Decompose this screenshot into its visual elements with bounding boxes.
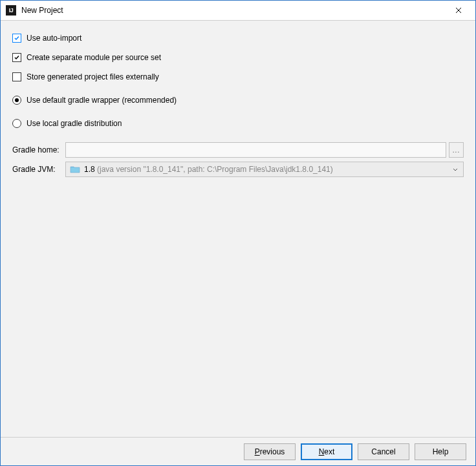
local-dist-label[interactable]: Use local gradle distribution bbox=[27, 119, 122, 128]
help-button[interactable]: Help bbox=[415, 443, 466, 460]
content-spacer bbox=[12, 177, 464, 429]
default-wrapper-label[interactable]: Use default gradle wrapper (recommended) bbox=[27, 96, 177, 105]
dialog-footer: Previous Next Cancel Help bbox=[1, 437, 475, 465]
cancel-button[interactable]: Cancel bbox=[358, 443, 409, 460]
separate-module-option: Create separate module per source set bbox=[12, 52, 464, 63]
app-icon: IJ bbox=[6, 5, 16, 16]
previous-button[interactable]: Previous bbox=[244, 443, 296, 460]
titlebar: IJ New Project bbox=[1, 1, 475, 21]
auto-import-option: Use auto-import bbox=[12, 32, 464, 44]
window-title: New Project bbox=[21, 6, 444, 15]
gradle-home-row: Gradle home: ... bbox=[12, 142, 464, 158]
gradle-home-label: Gradle home: bbox=[12, 145, 65, 154]
store-external-option: Store generated project files externally bbox=[12, 71, 464, 83]
local-dist-option: Use local gradle distribution bbox=[12, 118, 464, 129]
chevron-down-icon bbox=[451, 168, 459, 171]
default-wrapper-radio[interactable] bbox=[12, 96, 21, 105]
close-button[interactable] bbox=[444, 1, 473, 20]
browse-button[interactable]: ... bbox=[449, 142, 464, 158]
separate-module-label[interactable]: Create separate module per source set bbox=[27, 53, 161, 62]
folder-icon bbox=[70, 165, 80, 174]
close-icon bbox=[455, 7, 462, 14]
store-external-checkbox[interactable] bbox=[12, 72, 21, 81]
separate-module-checkbox[interactable] bbox=[12, 53, 21, 62]
gradle-jvm-value: 1.8 (java version "1.8.0_141", path: C:\… bbox=[84, 165, 451, 174]
dialog-content: Use auto-import Create separate module p… bbox=[1, 21, 475, 437]
auto-import-label[interactable]: Use auto-import bbox=[27, 34, 81, 43]
gradle-home-input[interactable] bbox=[65, 142, 446, 158]
gradle-jvm-label: Gradle JVM: bbox=[12, 165, 65, 174]
default-wrapper-option: Use default gradle wrapper (recommended) bbox=[12, 94, 464, 106]
store-external-label[interactable]: Store generated project files externally bbox=[27, 72, 159, 81]
auto-import-checkbox[interactable] bbox=[12, 34, 21, 43]
gradle-jvm-row: Gradle JVM: 1.8 (java version "1.8.0_141… bbox=[12, 162, 464, 177]
gradle-jvm-dropdown[interactable]: 1.8 (java version "1.8.0_141", path: C:\… bbox=[65, 162, 464, 177]
new-project-dialog: IJ New Project Use auto-import Create se… bbox=[0, 0, 476, 466]
local-dist-radio[interactable] bbox=[12, 119, 21, 128]
next-button[interactable]: Next bbox=[301, 443, 352, 460]
